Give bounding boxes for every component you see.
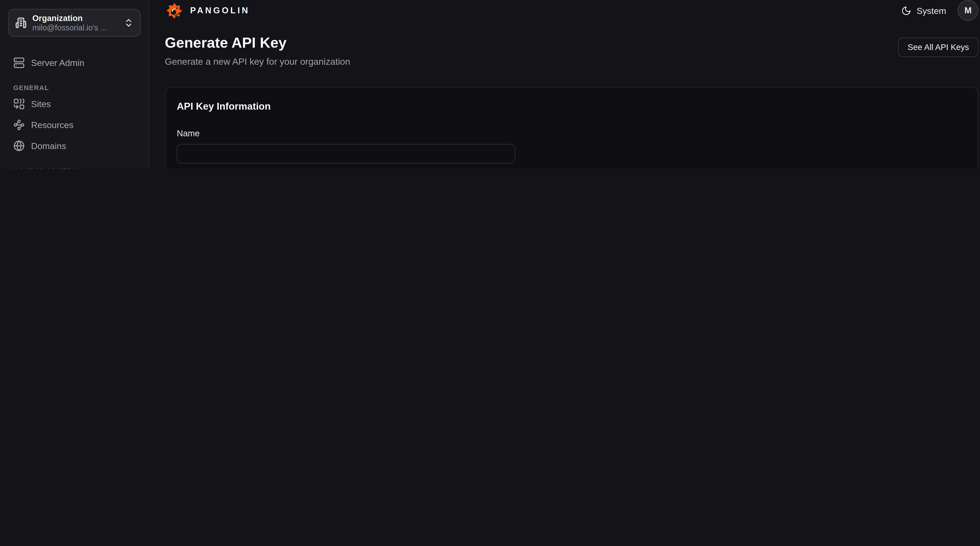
chevrons-up-down-icon <box>124 18 134 28</box>
building-icon <box>15 17 27 29</box>
moon-icon <box>901 5 912 16</box>
theme-toggle-label: System <box>917 5 946 16</box>
top-bar-right: System M <box>901 0 978 21</box>
sidebar-nav: Server AdminGENERALSitesResourcesDomains… <box>0 37 149 169</box>
sidebar-item-sites[interactable]: Sites <box>8 93 141 114</box>
org-switcher-texts: Organization milo@fossorial.io's ... <box>32 13 118 33</box>
name-field-label: Name <box>177 128 966 139</box>
globe-icon <box>13 140 25 151</box>
org-switcher[interactable]: Organization milo@fossorial.io's ... <box>8 9 141 37</box>
sidebar-section-access-control: ACCESS CONTROL <box>13 167 136 169</box>
sidebar-item-domains[interactable]: Domains <box>8 135 141 156</box>
top-bar: PANGOLIN System M <box>150 0 980 21</box>
combine-icon <box>13 98 25 109</box>
org-switcher-label: Organization <box>32 13 118 23</box>
sidebar-section-general: GENERAL <box>13 84 136 91</box>
sidebar-item-label: Domains <box>31 140 66 151</box>
avatar-initial: M <box>964 6 972 15</box>
waypoints-icon <box>13 119 25 130</box>
sidebar: Organization milo@fossorial.io's ... Ser… <box>0 0 150 169</box>
page-header-texts: Generate API Key Generate a new API key … <box>165 34 350 67</box>
page-header: Generate API Key Generate a new API key … <box>165 34 978 67</box>
page-title: Generate API Key <box>165 34 350 51</box>
brand-wordmark: PANGOLIN <box>190 6 250 15</box>
page-subtitle: Generate a new API key for your organiza… <box>165 56 350 67</box>
main-area: PANGOLIN System M Generate API Key Gener… <box>150 0 980 169</box>
api-key-info-card: API Key Information Name <box>165 87 978 169</box>
sidebar-item-resources[interactable]: Resources <box>8 114 141 135</box>
theme-toggle[interactable]: System <box>901 5 946 16</box>
api-key-info-title: API Key Information <box>177 100 966 113</box>
org-switcher-value: milo@fossorial.io's ... <box>32 23 118 33</box>
app-window: Organization milo@fossorial.io's ... Ser… <box>0 0 980 169</box>
server-icon <box>13 57 25 68</box>
pangolin-logo-icon <box>165 1 184 20</box>
sidebar-item-server-admin[interactable]: Server Admin <box>8 52 141 73</box>
brand: PANGOLIN <box>165 1 250 20</box>
sidebar-item-label: Sites <box>31 99 51 109</box>
page-content: Generate API Key Generate a new API key … <box>150 21 980 169</box>
sidebar-item-label: Resources <box>31 120 73 129</box>
see-all-api-keys-button[interactable]: See All API Keys <box>898 37 978 57</box>
name-input[interactable] <box>177 144 515 164</box>
sidebar-item-label: Server Admin <box>31 57 84 68</box>
user-avatar[interactable]: M <box>958 0 978 21</box>
